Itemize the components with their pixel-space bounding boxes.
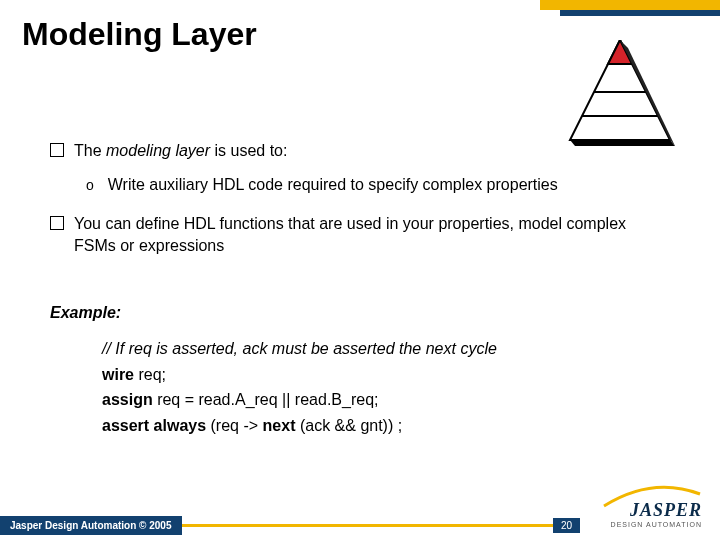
pyramid-diagram bbox=[550, 40, 690, 150]
bullet-2-text: You can define HDL functions that are us… bbox=[74, 213, 660, 256]
example-label: Example: bbox=[50, 302, 660, 324]
bullet-1-text-pre: The bbox=[74, 142, 106, 159]
footer-bar bbox=[182, 524, 553, 527]
slide-title: Modeling Layer bbox=[22, 16, 257, 53]
circle-bullet-icon: o bbox=[86, 176, 94, 196]
bullet-1-emph: modeling layer bbox=[106, 142, 210, 159]
code-line-2: assign req = read.A_req || read.B_req; bbox=[102, 389, 660, 411]
square-bullet-icon bbox=[50, 143, 64, 157]
bullet-1: The modeling layer is used to: bbox=[50, 140, 660, 162]
bullet-2: You can define HDL functions that are us… bbox=[50, 213, 660, 256]
square-bullet-icon bbox=[50, 216, 64, 230]
jasper-logo: JASPER DESIGN AUTOMATION bbox=[611, 500, 702, 528]
sub-bullet-1: o Write auxiliary HDL code required to s… bbox=[86, 174, 660, 196]
code-block: // If req is asserted, ack must be asser… bbox=[102, 338, 660, 436]
code-comment: // If req is asserted, ack must be asser… bbox=[102, 338, 660, 360]
sub-bullet-1-text: Write auxiliary HDL code required to spe… bbox=[108, 174, 558, 196]
logo-swoosh-icon bbox=[602, 480, 702, 510]
page-number: 20 bbox=[553, 518, 580, 533]
code-line-3: assert always (req -> next (ack && gnt))… bbox=[102, 415, 660, 437]
content-area: The modeling layer is used to: o Write a… bbox=[50, 140, 660, 440]
top-accent-bar bbox=[500, 0, 720, 16]
bullet-1-text-post: is used to: bbox=[210, 142, 287, 159]
code-line-1: wire req; bbox=[102, 364, 660, 386]
footer-copyright: Jasper Design Automation © 2005 bbox=[0, 516, 182, 535]
logo-sub-text: DESIGN AUTOMATION bbox=[611, 521, 702, 528]
